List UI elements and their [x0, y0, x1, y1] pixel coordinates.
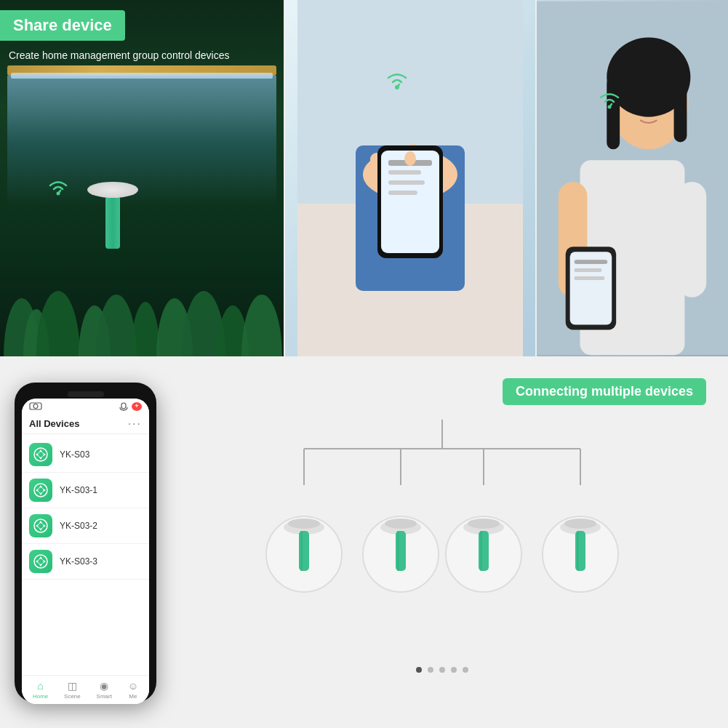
svg-point-48	[33, 404, 38, 408]
top-section: Share device Create home management grou…	[0, 0, 728, 356]
me-icon: ☺	[128, 680, 138, 692]
dot-1[interactable]	[416, 667, 422, 673]
share-device-title: Share device	[13, 16, 112, 34]
bottom-section: + All Devices ···	[0, 356, 728, 728]
connecting-multiple-badge: Connecting multiple devices	[503, 378, 706, 405]
mic-icon	[118, 402, 129, 411]
svg-rect-26	[388, 170, 421, 175]
device-list: YK-S03 YK-S03-1	[22, 434, 149, 675]
svg-rect-45	[575, 276, 605, 280]
device-name-2: YK-S03-2	[60, 521, 97, 531]
svg-rect-36	[674, 77, 687, 142]
nav-smart[interactable]: ◉ Smart	[97, 680, 112, 700]
phone-status-bar: +	[22, 399, 149, 415]
hands-background	[285, 0, 535, 356]
wifi-signal-right	[595, 87, 624, 113]
status-time	[29, 401, 42, 412]
svg-rect-40	[678, 182, 707, 297]
home-icon: ⌂	[37, 680, 43, 692]
svg-point-73	[468, 519, 500, 529]
add-icon[interactable]: +	[132, 402, 142, 411]
list-item[interactable]: YK-S03	[22, 437, 149, 473]
device-icon-3	[29, 550, 52, 573]
woman-background	[537, 0, 728, 356]
device-diagram	[178, 420, 706, 706]
svg-point-37	[631, 103, 640, 110]
nav-home-label: Home	[33, 693, 48, 700]
header-menu-dots[interactable]: ···	[128, 417, 142, 431]
phone-nav: ⌂ Home ◫ Scene ◉ Smart ☺ Me	[22, 675, 149, 704]
svg-rect-49	[121, 403, 126, 409]
nav-scene-label: Scene	[64, 693, 81, 700]
device-icon-0	[29, 443, 52, 466]
svg-rect-65	[300, 531, 303, 571]
hand-svg	[285, 0, 535, 356]
svg-point-38	[657, 103, 666, 110]
svg-point-63	[288, 519, 320, 529]
camera-icon	[29, 401, 42, 410]
woman-phone-panel	[535, 0, 728, 356]
list-item[interactable]: YK-S03-1	[22, 473, 149, 508]
list-item[interactable]: YK-S03-2	[22, 508, 149, 544]
svg-point-46	[608, 105, 612, 109]
svg-point-29	[404, 151, 416, 166]
svg-rect-75	[480, 531, 482, 571]
nav-smart-label: Smart	[97, 693, 112, 700]
device-name-0: YK-S03	[60, 449, 89, 460]
dot-2[interactable]	[428, 667, 433, 673]
tree-diagram-svg	[260, 420, 624, 652]
svg-point-78	[564, 519, 596, 529]
aquarium-panel: Share device Create home management grou…	[0, 0, 284, 356]
svg-rect-70	[397, 531, 399, 571]
wifi-signal-middle	[381, 65, 414, 94]
connecting-title: Connecting multiple devices	[516, 384, 693, 399]
svg-rect-44	[575, 268, 602, 272]
aquarium-device	[87, 182, 138, 249]
phone-screen: + All Devices ···	[22, 399, 149, 704]
svg-rect-28	[388, 191, 417, 195]
svg-rect-80	[577, 531, 579, 571]
svg-point-68	[385, 519, 417, 529]
share-device-badge: Share device	[0, 10, 125, 41]
wifi-signal-aquarium	[44, 175, 73, 199]
device-name-3: YK-S03-3	[60, 556, 97, 567]
svg-point-30	[395, 85, 399, 89]
status-icons: +	[118, 402, 142, 411]
hands-phone-panel	[284, 0, 535, 356]
nav-me[interactable]: ☺ Me	[128, 680, 138, 700]
phone-mockup: + All Devices ···	[15, 383, 156, 703]
phone-header: All Devices ···	[22, 415, 149, 434]
list-item[interactable]: YK-S03-3	[22, 544, 149, 580]
device-icon-2	[29, 514, 52, 537]
dot-5[interactable]	[463, 667, 468, 673]
device-icon-1	[29, 479, 52, 502]
share-subtitle: Create home management group control dev…	[9, 49, 230, 61]
device-name-1: YK-S03-1	[60, 485, 97, 495]
svg-rect-24	[381, 151, 439, 253]
woman-svg	[537, 0, 728, 356]
svg-rect-27	[388, 180, 425, 185]
dot-3[interactable]	[439, 667, 445, 673]
scene-icon: ◫	[68, 680, 77, 692]
nav-home[interactable]: ⌂ Home	[33, 680, 48, 700]
pagination-dots	[416, 667, 468, 673]
connecting-section: Connecting multiple devices	[171, 371, 713, 713]
all-devices-title: All Devices	[29, 418, 79, 429]
nav-me-label: Me	[129, 693, 137, 700]
dot-4[interactable]	[451, 667, 457, 673]
smart-icon: ◉	[100, 680, 108, 692]
svg-rect-43	[575, 260, 608, 264]
svg-point-0	[57, 192, 60, 196]
nav-scene[interactable]: ◫ Scene	[64, 680, 81, 700]
